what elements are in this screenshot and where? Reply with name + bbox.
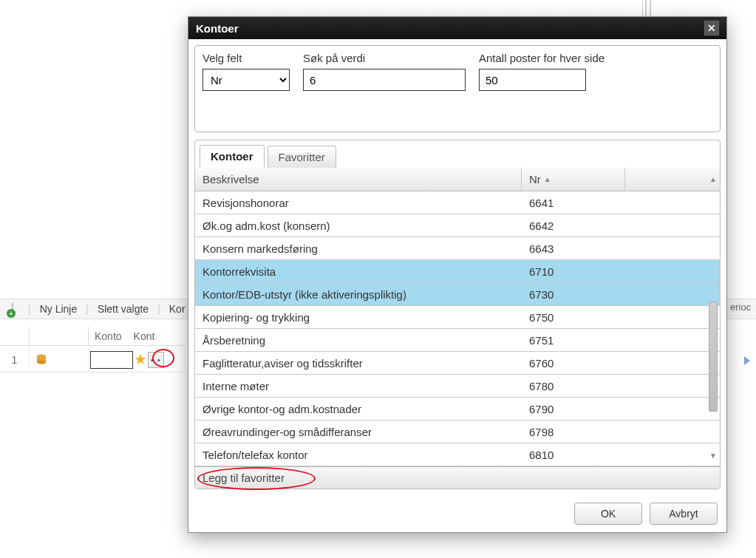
col-nr-label: Nr xyxy=(529,173,541,186)
table-row[interactable]: Revisjonshonorar6641 xyxy=(195,191,720,214)
background-grid-header: Konto Kont xyxy=(0,327,185,346)
table-row[interactable]: Årsberetning6751 xyxy=(195,329,720,352)
cell-nr: 6790 xyxy=(522,403,625,415)
scroll-up-icon[interactable]: ▲ xyxy=(708,174,718,184)
cell-beskrivelse: Konsern markedsføring xyxy=(195,242,522,255)
table-row[interactable]: Øvrige kontor-og adm.kostnader6790 xyxy=(195,398,720,421)
table-row[interactable]: Øreavrundinger-og smådifferanser6798 xyxy=(195,421,720,443)
search-input[interactable] xyxy=(303,69,466,91)
cell-nr: 6750 xyxy=(522,311,625,324)
table-row[interactable]: Kontorrekvisita6710 xyxy=(195,260,720,283)
cell-nr: 6710 xyxy=(522,265,625,278)
ok-button[interactable]: OK xyxy=(574,503,642,525)
new-document-icon[interactable] xyxy=(6,303,19,315)
cell-nr: 6730 xyxy=(522,288,625,301)
tab-favoritter[interactable]: Favoritter xyxy=(268,146,336,168)
vertical-scrollbar[interactable]: ▲ ▼ xyxy=(708,174,718,460)
delete-selected-button[interactable]: Slett valgte xyxy=(98,303,149,315)
cell-nr: 6751 xyxy=(522,334,625,347)
toolbar-text-cut: Kor xyxy=(169,303,185,315)
table-row[interactable]: Øk.og adm.kost (konsern)6642 xyxy=(195,214,720,237)
results-grid: Beskrivelse Nr ▲ Revisjonshonorar6641Øk.… xyxy=(195,168,720,466)
filter-panel: Velg felt Nr Søk på verdi Antall poster … xyxy=(194,45,721,132)
table-row[interactable]: Faglitteratur,aviser og tidsskrifter6760 xyxy=(195,352,720,375)
cell-beskrivelse: Kontor/EDB-utstyr (ikke aktiveringsplikt… xyxy=(195,288,522,301)
database-icon[interactable] xyxy=(35,354,47,366)
search-value-label: Søk på verdi xyxy=(303,52,466,64)
grid-header: Beskrivelse Nr ▲ xyxy=(195,168,720,191)
accounts-modal: Kontoer ✕ Velg felt Nr Søk på verdi Anta xyxy=(188,16,727,533)
page-size-input[interactable] xyxy=(479,69,586,91)
grid-body: Revisjonshonorar6641Øk.og adm.kost (kons… xyxy=(195,191,720,466)
add-to-favorites-label: Legg til favoritter xyxy=(202,472,285,484)
cell-nr: 6780 xyxy=(522,380,625,392)
col-beskrivelse-header[interactable]: Beskrivelse xyxy=(195,168,522,191)
scroll-down-icon[interactable]: ▼ xyxy=(708,450,718,460)
cell-beskrivelse: Årsberetning xyxy=(195,334,522,347)
cell-beskrivelse: Revisjonshonorar xyxy=(195,197,522,209)
tab-bar: Kontoer Favoritter xyxy=(195,140,720,169)
favorite-star-icon[interactable] xyxy=(134,354,146,366)
right-label-cut: erioc xyxy=(727,299,756,316)
cancel-button[interactable]: Avbryt xyxy=(650,503,718,525)
cell-beskrivelse: Øk.og adm.kost (konsern) xyxy=(195,220,522,232)
right-edge-panel: erioc xyxy=(726,299,756,387)
new-line-button[interactable]: Ny Linje xyxy=(40,303,78,315)
svg-point-1 xyxy=(37,360,46,364)
konto-input[interactable] xyxy=(90,351,133,369)
cell-beskrivelse: Kopiering- og trykking xyxy=(195,311,522,324)
tab-kontoer[interactable]: Kontoer xyxy=(200,145,265,168)
row-number: 1 xyxy=(0,347,30,372)
add-to-favorites-bar[interactable]: Legg til favoritter xyxy=(195,466,720,489)
table-row[interactable]: Kopiering- og trykking6750 xyxy=(195,306,720,329)
table-row[interactable]: Kontor/EDB-utstyr (ikke aktiveringsplikt… xyxy=(195,283,720,306)
cell-nr: 6810 xyxy=(522,449,625,461)
scroll-thumb[interactable] xyxy=(709,302,718,412)
table-row[interactable]: Konsern markedsføring6643 xyxy=(195,237,720,260)
lookup-button[interactable]: • • xyxy=(148,352,164,368)
background-grid-row: 1 • • xyxy=(0,347,185,372)
expand-right-icon[interactable] xyxy=(744,356,750,365)
cell-beskrivelse: Øreavrundinger-og smådifferanser xyxy=(195,426,522,438)
col-konto-header[interactable]: Konto xyxy=(89,330,128,342)
close-icon: ✕ xyxy=(707,22,716,34)
cell-beskrivelse: Øvrige kontor-og adm.kostnader xyxy=(195,403,522,415)
close-button[interactable]: ✕ xyxy=(704,21,719,35)
table-row[interactable]: Interne møter6780 xyxy=(195,375,720,398)
cell-nr: 6760 xyxy=(522,357,625,370)
cell-beskrivelse: Telefon/telefax kontor xyxy=(195,449,522,461)
field-select[interactable]: Nr xyxy=(202,69,290,91)
cell-nr: 6643 xyxy=(522,242,625,255)
cell-beskrivelse: Interne møter xyxy=(195,380,522,392)
cell-nr: 6798 xyxy=(522,426,625,438)
cell-nr: 6641 xyxy=(522,197,625,209)
modal-footer: OK Avbryt xyxy=(188,495,726,532)
cell-beskrivelse: Kontorrekvisita xyxy=(195,265,522,278)
cell-nr: 6642 xyxy=(522,220,625,232)
page-size-label: Antall poster for hver side xyxy=(479,52,605,64)
col-kont-header[interactable]: Kont xyxy=(128,330,161,342)
modal-title: Kontoer xyxy=(196,22,239,35)
results-panel: Kontoer Favoritter Beskrivelse Nr ▲ Revi… xyxy=(194,140,721,489)
table-row[interactable]: Telefon/telefax kontor6810 xyxy=(195,443,720,466)
sort-ascending-icon: ▲ xyxy=(544,175,551,183)
modal-titlebar: Kontoer ✕ xyxy=(188,17,726,39)
cell-beskrivelse: Faglitteratur,aviser og tidsskrifter xyxy=(195,357,522,370)
select-field-label: Velg felt xyxy=(202,52,290,64)
col-nr-header[interactable]: Nr ▲ xyxy=(522,168,625,191)
